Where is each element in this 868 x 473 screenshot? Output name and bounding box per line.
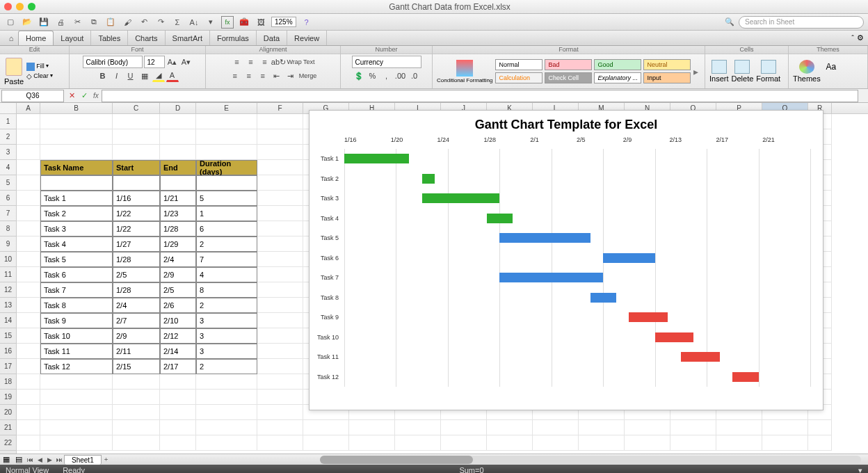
cell[interactable] <box>257 114 303 129</box>
cell[interactable]: Task 3 <box>40 221 113 236</box>
cell[interactable] <box>257 221 303 236</box>
cell[interactable] <box>196 129 257 145</box>
row-header[interactable]: 14 <box>0 313 16 328</box>
status-dropdown-icon[interactable]: ▾ <box>858 466 862 474</box>
bold-button[interactable]: B <box>97 70 109 82</box>
cell[interactable] <box>257 420 303 435</box>
cell[interactable] <box>257 298 303 313</box>
format-button[interactable]: Format <box>756 60 780 83</box>
cell[interactable]: 2/4 <box>160 252 196 267</box>
cell[interactable]: 7 <box>196 252 257 267</box>
cell[interactable] <box>349 420 395 435</box>
cell[interactable] <box>303 420 349 435</box>
cell[interactable]: 6 <box>196 221 257 236</box>
cell[interactable] <box>441 435 487 451</box>
font-name-select[interactable]: Calibri (Body) <box>83 56 143 68</box>
cell[interactable] <box>113 114 160 129</box>
add-sheet-icon[interactable]: ＋ <box>102 455 111 464</box>
cell[interactable]: End <box>160 160 196 175</box>
cell[interactable]: Task 5 <box>40 252 113 267</box>
row-header[interactable]: 8 <box>0 221 16 236</box>
align-mid-icon[interactable]: ≡ <box>244 56 257 68</box>
copy-icon[interactable]: ⧉ <box>88 16 100 29</box>
undo-icon[interactable]: ↶ <box>138 16 150 29</box>
tab-tables[interactable]: Tables <box>91 31 128 45</box>
tab-nav-prev-icon[interactable]: ◀ <box>35 456 45 463</box>
tab-charts[interactable]: Charts <box>128 31 165 45</box>
cell[interactable] <box>113 405 160 420</box>
cell[interactable]: 2/4 <box>113 298 160 313</box>
cell[interactable]: 4 <box>196 267 257 282</box>
cell[interactable]: 2/14 <box>160 344 196 359</box>
row-header[interactable]: 1 <box>0 114 16 129</box>
cell[interactable]: 1/16 <box>113 191 160 206</box>
style-good[interactable]: Good <box>594 59 641 70</box>
align-top-icon[interactable]: ≡ <box>230 56 243 68</box>
tab-smartart[interactable]: SmartArt <box>166 31 210 45</box>
redo-icon[interactable]: ↷ <box>154 16 167 29</box>
cell[interactable] <box>349 435 395 451</box>
style-neutral[interactable]: Neutral <box>643 59 691 70</box>
minimize-window-icon[interactable] <box>16 3 24 10</box>
cell[interactable] <box>17 420 40 435</box>
formula-input[interactable] <box>102 90 858 102</box>
cell[interactable] <box>257 252 303 267</box>
cell[interactable] <box>113 435 160 451</box>
tab-home[interactable]: Home <box>18 31 54 45</box>
cell[interactable] <box>17 267 40 282</box>
fill-icon[interactable] <box>26 63 35 71</box>
style-normal[interactable]: Normal <box>495 59 542 70</box>
align-right-icon[interactable]: ≡ <box>257 70 269 82</box>
chevron-down-icon[interactable]: ▾ <box>46 63 49 71</box>
comma-icon[interactable]: , <box>380 70 393 82</box>
row-header[interactable]: 18 <box>0 374 16 390</box>
cell[interactable] <box>716 420 762 435</box>
autosum-icon[interactable]: Σ <box>171 16 184 29</box>
cell[interactable] <box>257 175 303 191</box>
cell[interactable]: 1/22 <box>113 206 160 221</box>
indent-dec-icon[interactable]: ⇤ <box>271 70 283 82</box>
cell[interactable] <box>441 420 487 435</box>
tab-nav-first-icon[interactable]: ⏮ <box>25 456 35 463</box>
cell[interactable]: 2/5 <box>160 282 196 298</box>
cell[interactable] <box>257 344 303 359</box>
gantt-bar[interactable] <box>629 312 668 322</box>
orientation-icon[interactable]: ab↻ <box>272 56 284 68</box>
style-input[interactable]: Input <box>643 72 691 83</box>
tab-nav-next-icon[interactable]: ▶ <box>45 456 54 463</box>
open-icon[interactable]: 📂 <box>21 16 33 29</box>
insert-button[interactable]: Insert <box>709 60 729 83</box>
new-doc-icon[interactable]: ▢ <box>4 16 17 29</box>
cell[interactable]: 2/12 <box>160 328 196 344</box>
cell[interactable] <box>257 328 303 344</box>
style-scroll-icon[interactable]: ▸ <box>693 66 698 77</box>
fx-label[interactable]: fx <box>90 92 102 99</box>
cell[interactable] <box>257 267 303 282</box>
cell[interactable] <box>257 129 303 145</box>
cell[interactable] <box>113 145 160 160</box>
view-normal-icon[interactable]: ▦ <box>0 455 13 464</box>
row-header[interactable]: 15 <box>0 328 16 344</box>
cell[interactable]: 2/7 <box>113 313 160 328</box>
gantt-bar[interactable] <box>344 154 409 163</box>
tab-formulas[interactable]: Formulas <box>210 31 257 45</box>
cell[interactable] <box>257 435 303 451</box>
cell[interactable]: 2 <box>196 236 257 252</box>
cell[interactable] <box>160 129 196 145</box>
cell[interactable] <box>17 129 40 145</box>
name-box[interactable]: Q36 <box>1 90 64 102</box>
inc-decimal-icon[interactable]: .00 <box>394 70 407 82</box>
cell[interactable] <box>196 405 257 420</box>
font-color-icon[interactable]: A <box>166 70 179 82</box>
search-icon[interactable]: 🔍 <box>723 16 736 29</box>
cell[interactable] <box>40 405 113 420</box>
cell[interactable] <box>762 435 808 451</box>
cell[interactable]: 2/5 <box>113 267 160 282</box>
row-header[interactable]: 4 <box>0 160 16 175</box>
cell[interactable] <box>40 114 113 129</box>
tab-review[interactable]: Review <box>287 31 327 45</box>
filter-icon[interactable]: ▾ <box>204 16 217 29</box>
cell[interactable] <box>160 114 196 129</box>
row-header[interactable]: 22 <box>0 435 16 451</box>
cell[interactable] <box>17 160 40 175</box>
